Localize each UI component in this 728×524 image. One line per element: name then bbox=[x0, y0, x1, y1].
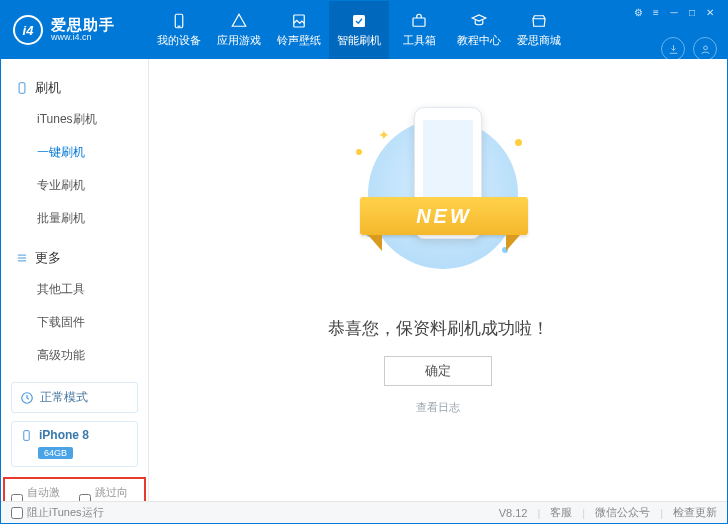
brand-domain: www.i4.cn bbox=[51, 33, 115, 43]
sidebar-item-download-firmware[interactable]: 下载固件 bbox=[1, 306, 148, 339]
sidebar-group-title: 更多 bbox=[35, 249, 61, 267]
logo-icon: i4 bbox=[13, 15, 43, 45]
nav-store[interactable]: 爱思商城 bbox=[509, 1, 569, 59]
main-content: ✦ ✦ NEW 恭喜您，保资料刷机成功啦！ 确定 查看日志 bbox=[149, 59, 727, 501]
top-nav: 我的设备 应用游戏 铃声壁纸 智能刷机 工具箱 教程中心 bbox=[149, 1, 569, 59]
status-bar: 阻止iTunes运行 V8.12 | 客服 | 微信公众号 | 检查更新 bbox=[1, 501, 727, 523]
brand-name: 爱思助手 bbox=[51, 17, 115, 34]
list-icon bbox=[15, 251, 29, 265]
sidebar-group-more[interactable]: 更多 bbox=[1, 243, 148, 273]
view-log-link[interactable]: 查看日志 bbox=[416, 400, 460, 415]
sidebar: 刷机 iTunes刷机 一键刷机 专业刷机 批量刷机 更多 其他工具 下载固件 … bbox=[1, 59, 149, 501]
close-icon[interactable]: ✕ bbox=[703, 6, 717, 18]
device-name: iPhone 8 bbox=[39, 428, 89, 442]
wallpaper-icon bbox=[289, 12, 309, 30]
svg-rect-6 bbox=[19, 83, 25, 94]
store-icon bbox=[529, 12, 549, 30]
svg-rect-3 bbox=[353, 15, 365, 27]
menu-icon[interactable]: ≡ bbox=[649, 6, 663, 18]
phone-outline-icon bbox=[15, 81, 29, 95]
support-link[interactable]: 客服 bbox=[550, 505, 572, 520]
wechat-link[interactable]: 微信公众号 bbox=[595, 505, 650, 520]
nav-toolbox[interactable]: 工具箱 bbox=[389, 1, 449, 59]
mode-badge[interactable]: 正常模式 bbox=[11, 382, 138, 413]
new-ribbon: NEW bbox=[360, 197, 528, 235]
nav-ringtones[interactable]: 铃声壁纸 bbox=[269, 1, 329, 59]
sidebar-item-other-tools[interactable]: 其他工具 bbox=[1, 273, 148, 306]
download-button[interactable] bbox=[661, 37, 685, 61]
ribbon-text: NEW bbox=[360, 197, 528, 235]
block-itunes-checkbox[interactable]: 阻止iTunes运行 bbox=[11, 505, 104, 520]
minimize-icon[interactable]: ─ bbox=[667, 6, 681, 18]
sidebar-item-oneclick-flash[interactable]: 一键刷机 bbox=[1, 136, 148, 169]
sidebar-item-batch-flash[interactable]: 批量刷机 bbox=[1, 202, 148, 235]
version-label: V8.12 bbox=[499, 507, 528, 519]
nav-label: 智能刷机 bbox=[337, 33, 381, 48]
svg-rect-4 bbox=[413, 18, 425, 26]
sidebar-item-pro-flash[interactable]: 专业刷机 bbox=[1, 169, 148, 202]
window-controls: ⚙ ≡ ─ □ ✕ bbox=[631, 6, 717, 18]
nav-label: 爱思商城 bbox=[517, 33, 561, 48]
maximize-icon[interactable]: □ bbox=[685, 6, 699, 18]
device-card[interactable]: iPhone 8 64GB bbox=[11, 421, 138, 467]
nav-label: 我的设备 bbox=[157, 33, 201, 48]
nav-label: 铃声壁纸 bbox=[277, 33, 321, 48]
checkbox-label: 阻止iTunes运行 bbox=[27, 505, 104, 520]
app-logo: i4 爱思助手 www.i4.cn bbox=[1, 15, 149, 45]
settings-icon[interactable]: ⚙ bbox=[631, 6, 645, 18]
nav-label: 教程中心 bbox=[457, 33, 501, 48]
sidebar-group-title: 刷机 bbox=[35, 79, 61, 97]
check-update-link[interactable]: 检查更新 bbox=[673, 505, 717, 520]
user-button[interactable] bbox=[693, 37, 717, 61]
mode-label: 正常模式 bbox=[40, 389, 88, 406]
flash-icon bbox=[349, 12, 369, 30]
nav-my-device[interactable]: 我的设备 bbox=[149, 1, 209, 59]
nav-apps[interactable]: 应用游戏 bbox=[209, 1, 269, 59]
nav-label: 应用游戏 bbox=[217, 33, 261, 48]
success-message: 恭喜您，保资料刷机成功啦！ bbox=[328, 317, 549, 340]
sparkle-icon: ✦ bbox=[378, 127, 390, 143]
sidebar-group-flash[interactable]: 刷机 bbox=[1, 73, 148, 103]
tutorial-icon bbox=[469, 12, 489, 30]
toolbox-icon bbox=[409, 12, 429, 30]
nav-flash[interactable]: 智能刷机 bbox=[329, 1, 389, 59]
storage-badge: 64GB bbox=[38, 447, 73, 459]
phone-icon bbox=[169, 12, 189, 30]
svg-rect-11 bbox=[24, 430, 29, 440]
success-illustration: ✦ ✦ NEW bbox=[338, 109, 538, 299]
apps-icon bbox=[229, 12, 249, 30]
title-bar: i4 爱思助手 www.i4.cn 我的设备 应用游戏 铃声壁纸 智能刷机 bbox=[1, 1, 727, 59]
sidebar-item-advanced[interactable]: 高级功能 bbox=[1, 339, 148, 372]
nav-tutorials[interactable]: 教程中心 bbox=[449, 1, 509, 59]
nav-label: 工具箱 bbox=[403, 33, 436, 48]
ok-button[interactable]: 确定 bbox=[384, 356, 492, 386]
sidebar-item-itunes-flash[interactable]: iTunes刷机 bbox=[1, 103, 148, 136]
svg-point-5 bbox=[703, 45, 707, 49]
